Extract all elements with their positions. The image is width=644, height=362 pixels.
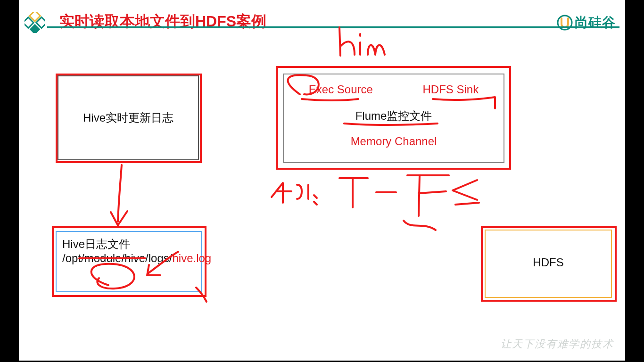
- box-hive-logfile: Hive日志文件 /opt/module/hive/logs/hive.log: [56, 231, 202, 292]
- flume-exec-source-label: Exec Source: [309, 83, 373, 96]
- slide-title: 实时读取本地文件到HDFS案例: [59, 11, 266, 32]
- hive-logfile-path-prefix: /opt/module/hive/logs/: [62, 252, 172, 264]
- box-hdfs-label: HDFS: [486, 256, 611, 269]
- box-hdfs: HDFS: [485, 230, 612, 298]
- slide-canvas: 实时读取本地文件到HDFS案例 尚硅谷 Hive实时更新日志 Exec Sour…: [19, 0, 625, 361]
- hive-logfile-filename: hive.log: [172, 252, 211, 264]
- flume-title-label: Flume监控文件: [284, 108, 504, 123]
- annotation-layer: [19, 0, 625, 361]
- box-flume: Exec Source HDFS Sink Flume监控文件 Memory C…: [283, 74, 504, 163]
- logo-icon: [25, 12, 45, 33]
- box-hive-update: Hive实时更新日志: [58, 75, 199, 160]
- slide-header: 实时读取本地文件到HDFS案例 尚硅谷: [19, 8, 625, 32]
- hive-logfile-line1: Hive日志文件: [62, 237, 195, 252]
- footer-motto: 让天下没有难学的技术: [501, 337, 614, 351]
- hive-logfile-path: /opt/module/hive/logs/hive.log: [62, 252, 195, 265]
- flume-hdfs-sink-label: HDFS Sink: [422, 83, 479, 96]
- brand-text: 尚硅谷: [575, 14, 616, 32]
- header-divider: [47, 26, 619, 28]
- flume-memory-channel-label: Memory Channel: [284, 135, 504, 148]
- brand: 尚硅谷: [557, 13, 616, 32]
- box-hive-update-label: Hive实时更新日志: [58, 110, 198, 125]
